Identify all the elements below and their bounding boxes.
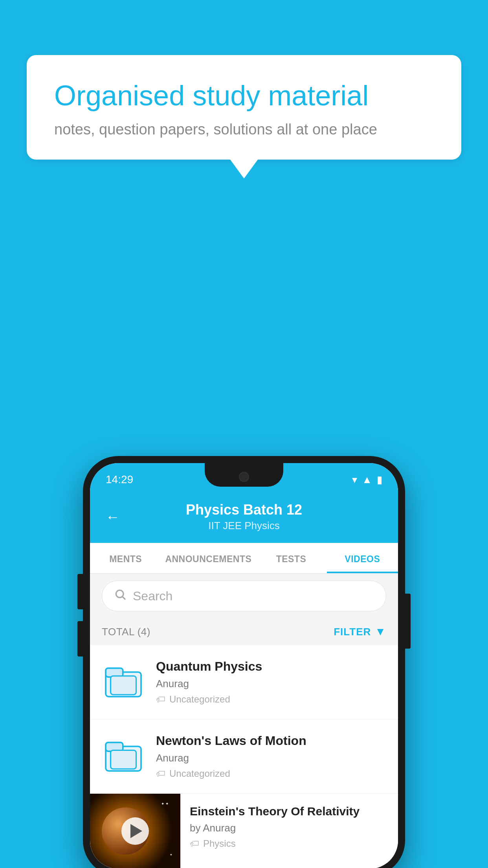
tab-videos[interactable]: VIDEOS [327, 543, 398, 573]
filter-button[interactable]: FILTER ▼ [334, 625, 386, 638]
video-info: Quantum Physics Anurag 🏷 Uncategorized [156, 659, 386, 705]
list-item[interactable]: Quantum Physics Anurag 🏷 Uncategorized [90, 645, 398, 719]
app-bar-title-container: Physics Batch 12 IIT JEE Physics [186, 502, 302, 532]
phone-mockup: 14:29 ▾ ▲ ▮ ← Physics Batch 12 IIT JEE P… [83, 456, 405, 868]
video-list: Quantum Physics Anurag 🏷 Uncategorized [90, 645, 398, 868]
tag-label: Physics [203, 838, 236, 849]
speech-bubble: Organised study material notes, question… [27, 55, 461, 160]
tag-icon: 🏷 [190, 838, 199, 849]
search-icon [114, 588, 127, 604]
video-title: Einstein's Theory Of Relativity [190, 805, 389, 818]
video-info: Newton's Laws of Motion Anurag 🏷 Uncateg… [156, 734, 386, 779]
wifi-icon: ▾ [352, 474, 357, 486]
video-tag: 🏷 Uncategorized [156, 694, 386, 705]
app-bar-subtitle: IIT JEE Physics [186, 520, 302, 532]
filter-label: FILTER [334, 626, 371, 638]
tag-icon: 🏷 [156, 768, 165, 779]
app-bar: ← Physics Batch 12 IIT JEE Physics [90, 492, 398, 543]
phone-notch [205, 463, 283, 487]
video-author: by Anurag [190, 822, 389, 834]
phone-screen: 14:29 ▾ ▲ ▮ ← Physics Batch 12 IIT JEE P… [90, 463, 398, 868]
battery-icon: ▮ [377, 474, 382, 486]
play-icon [130, 824, 142, 838]
total-label: TOTAL (4) [102, 626, 150, 638]
search-bar[interactable]: Search [102, 581, 386, 611]
speech-bubble-section: Organised study material notes, question… [27, 55, 461, 160]
play-button[interactable] [121, 817, 149, 845]
video-author: Anurag [156, 678, 386, 690]
video-thumbnail: ✦ ✦ ✦ [90, 794, 180, 868]
phone-outer: 14:29 ▾ ▲ ▮ ← Physics Batch 12 IIT JEE P… [83, 456, 405, 868]
app-bar-title: Physics Batch 12 [186, 502, 302, 518]
folder-icon [102, 659, 145, 702]
folder-icon [102, 734, 145, 777]
bubble-subtitle: notes, question papers, solutions all at… [54, 121, 434, 138]
filter-row: TOTAL (4) FILTER ▼ [90, 618, 398, 645]
video-title: Quantum Physics [156, 659, 386, 674]
back-arrow[interactable]: ← [106, 509, 120, 525]
tab-tests[interactable]: TESTS [255, 543, 327, 573]
tag-icon: 🏷 [156, 694, 165, 705]
video-tag: 🏷 Uncategorized [156, 768, 386, 779]
video-info: Einstein's Theory Of Relativity by Anura… [180, 794, 398, 860]
filter-funnel-icon: ▼ [375, 625, 386, 638]
bubble-title: Organised study material [54, 79, 434, 112]
svg-rect-4 [111, 676, 136, 695]
list-item[interactable]: Newton's Laws of Motion Anurag 🏷 Uncateg… [90, 719, 398, 794]
camera [239, 472, 249, 482]
video-author: Anurag [156, 752, 386, 764]
video-tag: 🏷 Physics [190, 838, 389, 849]
svg-rect-7 [111, 750, 136, 769]
search-bar-container: Search [90, 574, 398, 618]
status-time: 14:29 [106, 473, 133, 486]
signal-icon: ▲ [362, 474, 372, 486]
svg-line-1 [123, 597, 125, 599]
tag-label: Uncategorized [169, 768, 230, 779]
search-placeholder-text: Search [133, 589, 172, 603]
tab-announcements[interactable]: ANNOUNCEMENTS [161, 543, 255, 573]
status-icons: ▾ ▲ ▮ [352, 474, 382, 486]
video-title: Newton's Laws of Motion [156, 734, 386, 748]
list-item[interactable]: ✦ ✦ ✦ Einstein's Theory Of Relativity by… [90, 794, 398, 868]
tab-bar: MENTS ANNOUNCEMENTS TESTS VIDEOS [90, 543, 398, 574]
tab-ments[interactable]: MENTS [90, 543, 161, 573]
tag-label: Uncategorized [169, 694, 230, 705]
